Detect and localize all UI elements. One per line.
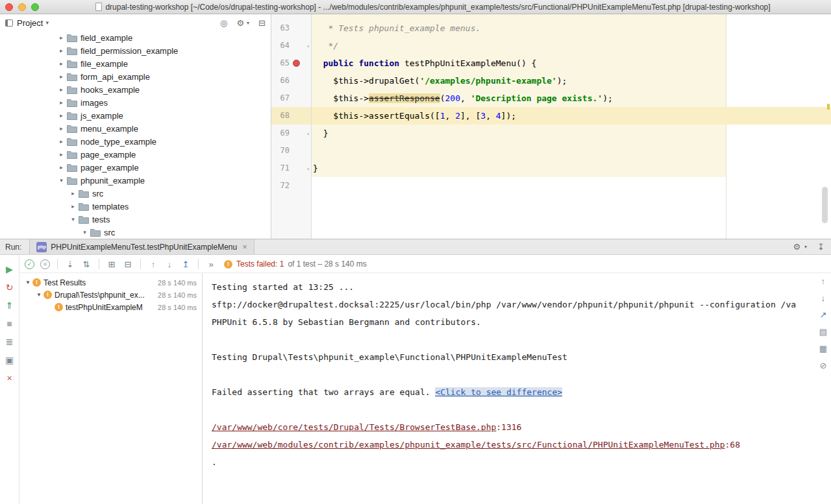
hide-run-panel-button[interactable]: ↧ <box>817 242 825 252</box>
code-line[interactable]: * Tests phpunit_example menus. <box>312 19 831 37</box>
chevron-right-icon[interactable]: ▸ <box>57 34 66 41</box>
chevron-right-icon[interactable]: ▸ <box>57 138 66 145</box>
chevron-right-icon[interactable]: ▸ <box>57 86 66 93</box>
project-tree-item[interactable]: ▸field_permission_example <box>0 44 271 57</box>
toolbar-separator <box>99 259 99 269</box>
project-tree-item[interactable]: ▾src <box>0 226 271 239</box>
minimize-window-button[interactable] <box>18 3 26 11</box>
test-tree-item[interactable]: !testPhpUnitExampleM28 s 140 ms <box>19 301 202 313</box>
fold-marker-icon[interactable]: ▴ <box>306 160 310 177</box>
warning-stripe-mark[interactable] <box>827 104 830 110</box>
scroll-up-button[interactable]: ↑ <box>821 276 826 286</box>
expand-all-button[interactable]: ⊞ <box>106 259 117 269</box>
chevron-right-icon[interactable]: ▸ <box>57 47 66 54</box>
project-tree-item[interactable]: ▸hooks_example <box>0 83 271 96</box>
console-line: Failed asserting that two arrays are equ… <box>203 383 831 401</box>
sort-by-duration-toggle[interactable]: ⇣ <box>65 259 75 269</box>
zoom-window-button[interactable] <box>31 3 39 11</box>
project-tree-item[interactable]: ▸images <box>0 96 271 109</box>
diff-link[interactable]: <Click to see difference> <box>435 387 562 397</box>
code-line[interactable] <box>312 142 831 160</box>
project-tree-item[interactable]: ▸pager_example <box>0 161 271 174</box>
show-ignored-toggle[interactable]: ≡ <box>40 259 50 269</box>
toggle-auto-test-button[interactable]: ⇑ <box>0 296 19 315</box>
close-tab-icon[interactable]: × <box>242 242 247 252</box>
chevron-right-icon[interactable]: ▸ <box>57 99 66 106</box>
editor-code[interactable]: * Tests phpunit_example menus. */ public… <box>312 14 831 239</box>
code-line[interactable]: } <box>312 125 831 142</box>
chevron-right-icon[interactable]: ▸ <box>69 203 77 210</box>
chevron-right-icon[interactable]: ▸ <box>57 164 66 171</box>
code-token: , <box>460 93 471 103</box>
locate-file-button[interactable]: ◎ <box>220 18 227 28</box>
project-settings-gear-icon[interactable]: ⚙ <box>236 18 244 28</box>
clear-output-button[interactable]: ⊘ <box>819 361 826 370</box>
previous-failed-test-button[interactable]: ↑ <box>148 259 158 269</box>
project-view-chevron-icon[interactable]: ▾ <box>45 19 49 26</box>
chevron-down-icon[interactable]: ▾ <box>57 177 66 184</box>
dump-threads-button[interactable]: ≣ <box>0 333 19 351</box>
project-tree-item[interactable]: ▾phpunit_example <box>0 174 271 187</box>
console-panel[interactable]: Testing started at 13:25 ...sftp://docke… <box>203 273 831 504</box>
project-tree-item[interactable]: ▸page_example <box>0 148 271 161</box>
stacktrace-line-number: :68 <box>725 440 740 450</box>
chevron-down-icon[interactable]: ▾ <box>69 216 77 222</box>
project-tree-item[interactable]: ▸js_example <box>0 109 271 122</box>
project-tree-item[interactable]: ▾tests <box>0 213 271 226</box>
titlebar[interactable]: drupal-testing-workshop [~/Code/os/drupa… <box>0 0 831 14</box>
rerun-failed-tests-button[interactable]: ↻ <box>0 278 19 296</box>
fold-marker-icon[interactable]: ▴ <box>306 37 310 54</box>
chevron-right-icon[interactable]: ▸ <box>57 151 66 158</box>
close-window-button[interactable] <box>5 3 13 11</box>
code-line[interactable]: } <box>312 160 831 177</box>
folder-icon <box>79 189 89 198</box>
code-line[interactable]: public function testPhpUnitExampleMenu()… <box>312 54 831 72</box>
project-tree-item[interactable]: ▸menu_example <box>0 122 271 135</box>
project-tree-item[interactable]: ▸src <box>0 187 271 200</box>
jump-to-source-button[interactable]: ↗ <box>819 310 826 320</box>
editor-scrollbar-thumb[interactable] <box>822 187 828 223</box>
project-tree-item[interactable]: ▸form_api_example <box>0 70 271 83</box>
stacktrace-link[interactable]: /var/www/web/modules/contrib/examples/ph… <box>212 440 725 450</box>
code-line[interactable]: $this->drupalGet('/examples/phpunit-exam… <box>312 72 831 90</box>
restore-layout-button[interactable]: ▣ <box>0 351 19 369</box>
code-line[interactable]: */ <box>312 37 831 54</box>
project-tree-item[interactable]: ▸node_type_example <box>0 135 271 148</box>
collapse-all-button[interactable]: ⊟ <box>123 259 133 269</box>
stop-button[interactable]: ■ <box>0 315 19 333</box>
run-button[interactable]: ▶ <box>0 260 19 278</box>
chevron-right-icon[interactable]: ▸ <box>57 60 66 67</box>
stacktrace-link[interactable]: /var/www/web/core/tests/Drupal/Tests/Bro… <box>212 422 496 432</box>
code-line[interactable] <box>312 177 831 195</box>
code-line[interactable]: $this->assertEquals([1, 2], [3, 4]); <box>312 107 831 125</box>
run-settings-gear-icon[interactable]: ⚙ <box>793 242 800 252</box>
chevron-right-icon[interactable]: ▸ <box>57 73 66 80</box>
tree-chevron-icon[interactable]: ▼ <box>34 292 43 298</box>
project-tree-item[interactable]: ▸file_example <box>0 57 271 70</box>
print-button[interactable]: ▤ <box>819 327 827 337</box>
fold-marker-icon[interactable]: ▴ <box>306 125 310 142</box>
show-passed-toggle[interactable]: ✓ <box>25 259 34 269</box>
tree-chevron-icon[interactable]: ▼ <box>23 280 32 285</box>
chevron-right-icon[interactable]: ▸ <box>57 125 66 132</box>
chevron-right-icon[interactable]: ▸ <box>57 112 66 119</box>
import-test-results-button[interactable]: ↥ <box>180 259 191 269</box>
code-line[interactable]: $this->assertResponse(200, 'Description … <box>312 90 831 107</box>
chevron-right-icon[interactable]: ▸ <box>69 190 77 197</box>
project-tree-item[interactable]: ▸field_example <box>0 31 271 44</box>
more-options-chevron[interactable]: » <box>206 259 216 269</box>
project-tree-item[interactable]: ▸templates <box>0 200 271 213</box>
scroll-down-button[interactable]: ↓ <box>821 293 826 303</box>
run-tab[interactable]: php PHPUnitExampleMenuTest.testPhpUnitEx… <box>29 239 254 254</box>
test-tree-item[interactable]: ▼!Test Results28 s 140 ms <box>19 276 202 289</box>
failed-test-gutter-icon[interactable] <box>293 60 300 67</box>
test-tree-item[interactable]: ▼!Drupal\Tests\phpunit_ex...28 s 140 ms <box>19 289 202 301</box>
chevron-down-icon[interactable]: ▾ <box>81 229 89 235</box>
close-run-panel-button[interactable]: × <box>0 369 19 387</box>
test-failed-badge-icon: ! <box>43 291 52 299</box>
sort-alphabetically-toggle[interactable]: ⇅ <box>81 259 92 269</box>
notepad-button[interactable]: ▦ <box>819 344 827 354</box>
code-token: */ <box>313 41 338 51</box>
hide-project-panel-button[interactable]: ⊟ <box>258 18 266 28</box>
next-failed-test-button[interactable]: ↓ <box>164 259 175 269</box>
